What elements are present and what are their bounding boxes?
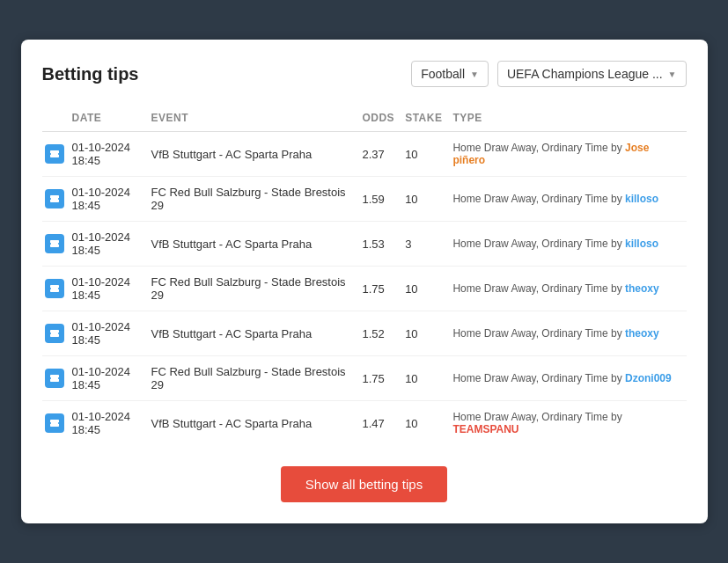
stake-cell: 10 <box>400 311 447 356</box>
ticket-icon <box>45 413 64 433</box>
row-icon-cell <box>42 311 67 356</box>
type-cell: Home Draw Away, Ordinary Time by theoxy <box>447 311 686 356</box>
table-row: 01-10-202418:45 FC Red Bull Salzburg - S… <box>42 267 687 311</box>
author-link[interactable]: theoxy <box>625 327 659 340</box>
table-row: 01-10-202418:45 VfB Stuttgart - AC Spart… <box>42 222 687 267</box>
row-icon-cell <box>42 132 67 177</box>
odds-cell: 1.59 <box>357 177 400 222</box>
type-cell: Home Draw Away, Ordinary Time by killoso <box>447 177 686 222</box>
league-filter-label: UEFA Champions League ... <box>507 67 663 81</box>
odds-cell: 1.53 <box>357 222 400 267</box>
ticket-icon <box>45 144 64 164</box>
event-cell: VfB Stuttgart - AC Sparta Praha <box>146 132 357 177</box>
event-cell: VfB Stuttgart - AC Sparta Praha <box>146 311 357 356</box>
ticket-icon <box>45 234 64 253</box>
table-header-row: DATE EVENT ODDS STAKE TYPE <box>42 105 687 132</box>
author-link[interactable]: Dzoni009 <box>625 372 672 384</box>
show-all-container: Show all betting tips <box>42 466 687 502</box>
odds-cell: 2.37 <box>357 132 400 177</box>
ticket-icon <box>45 279 64 298</box>
show-all-button[interactable]: Show all betting tips <box>281 466 447 502</box>
event-cell: FC Red Bull Salzburg - Stade Brestois 29 <box>146 177 357 222</box>
stake-cell: 10 <box>400 132 447 177</box>
sport-filter-label: Football <box>421 67 465 81</box>
author-link[interactable]: TEAMSPANU <box>452 423 518 435</box>
event-cell: FC Red Bull Salzburg - Stade Brestois 29 <box>146 267 357 311</box>
type-cell: Home Draw Away, Ordinary Time by killoso <box>447 222 686 267</box>
odds-cell: 1.75 <box>357 267 400 311</box>
league-filter[interactable]: UEFA Champions League ... ▼ <box>497 61 687 87</box>
sport-filter[interactable]: Football ▼ <box>411 61 489 87</box>
type-cell: Home Draw Away, Ordinary Time by theoxy <box>447 267 686 311</box>
author-link[interactable]: killoso <box>625 193 658 205</box>
stake-cell: 3 <box>400 222 447 267</box>
row-icon-cell <box>42 401 67 446</box>
betting-tips-table: DATE EVENT ODDS STAKE TYPE 01-10-202418:… <box>42 105 687 445</box>
date-cell: 01-10-202418:45 <box>67 356 146 401</box>
col-icon <box>42 105 67 132</box>
league-filter-arrow: ▼ <box>668 69 677 79</box>
event-cell: VfB Stuttgart - AC Sparta Praha <box>146 222 357 267</box>
table-row: 01-10-202418:45 FC Red Bull Salzburg - S… <box>42 356 687 401</box>
date-cell: 01-10-202418:45 <box>67 222 146 267</box>
stake-cell: 10 <box>400 267 447 311</box>
date-cell: 01-10-202418:45 <box>67 132 146 177</box>
table-row: 01-10-202418:45 FC Red Bull Salzburg - S… <box>42 177 687 222</box>
date-cell: 01-10-202418:45 <box>67 177 146 222</box>
col-odds: ODDS <box>357 105 400 132</box>
author-link[interactable]: killoso <box>625 238 658 250</box>
date-cell: 01-10-202418:45 <box>67 401 146 446</box>
col-type: TYPE <box>447 105 686 132</box>
col-date: DATE <box>67 105 146 132</box>
odds-cell: 1.52 <box>357 311 400 356</box>
ticket-icon <box>45 324 64 343</box>
card-header: Betting tips Football ▼ UEFA Champions L… <box>42 61 687 87</box>
type-cell: Home Draw Away, Ordinary Time by Jose pi… <box>447 132 686 177</box>
event-cell: VfB Stuttgart - AC Sparta Praha <box>146 401 357 446</box>
stake-cell: 10 <box>400 356 447 401</box>
date-cell: 01-10-202418:45 <box>67 311 146 356</box>
author-link[interactable]: Jose piñero <box>452 142 649 166</box>
type-cell: Home Draw Away, Ordinary Time by Dzoni00… <box>447 356 686 401</box>
table-row: 01-10-202418:45 VfB Stuttgart - AC Spart… <box>42 401 687 446</box>
sport-filter-arrow: ▼ <box>470 69 479 79</box>
row-icon-cell <box>42 222 67 267</box>
date-cell: 01-10-202418:45 <box>67 267 146 311</box>
col-event: EVENT <box>146 105 357 132</box>
odds-cell: 1.47 <box>357 401 400 446</box>
author-link[interactable]: theoxy <box>625 282 659 295</box>
ticket-icon <box>45 189 64 208</box>
table-row: 01-10-202418:45 VfB Stuttgart - AC Spart… <box>42 311 687 356</box>
row-icon-cell <box>42 177 67 222</box>
stake-cell: 10 <box>400 401 447 446</box>
event-cell: FC Red Bull Salzburg - Stade Brestois 29 <box>146 356 357 401</box>
row-icon-cell <box>42 267 67 311</box>
type-cell: Home Draw Away, Ordinary Time by TEAMSPA… <box>447 401 686 446</box>
odds-cell: 1.75 <box>357 356 400 401</box>
betting-tips-card: Betting tips Football ▼ UEFA Champions L… <box>21 40 708 523</box>
filters: Football ▼ UEFA Champions League ... ▼ <box>411 61 686 87</box>
col-stake: STAKE <box>400 105 447 132</box>
ticket-icon <box>45 369 64 388</box>
table-row: 01-10-202418:45 VfB Stuttgart - AC Spart… <box>42 132 687 177</box>
page-title: Betting tips <box>42 64 139 84</box>
stake-cell: 10 <box>400 177 447 222</box>
row-icon-cell <box>42 356 67 401</box>
